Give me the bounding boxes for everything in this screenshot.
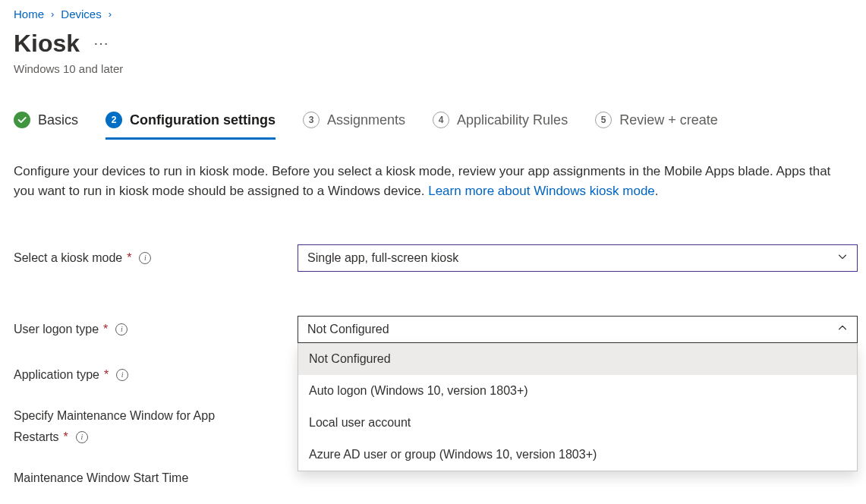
step-number-icon: 3 <box>303 112 320 128</box>
logon-option-local-user[interactable]: Local user account <box>298 407 857 439</box>
more-actions-icon[interactable]: ⋯ <box>93 34 110 54</box>
logon-option-auto-logon[interactable]: Auto logon (Windows 10, version 1803+) <box>298 375 857 407</box>
chevron-up-icon <box>837 323 848 336</box>
chevron-right-icon: › <box>51 8 54 20</box>
label-user-logon-type: User logon type * i <box>14 316 298 339</box>
kiosk-mode-select[interactable]: Single app, full-screen kiosk <box>298 244 858 272</box>
breadcrumb: Home › Devices › <box>14 8 866 20</box>
label-maintenance-start-time: Maintenance Window Start Time <box>14 465 298 487</box>
page-subtitle: Windows 10 and later <box>14 62 866 75</box>
learn-more-link[interactable]: Learn more about Windows kiosk mode <box>428 184 655 198</box>
info-icon[interactable]: i <box>139 252 151 264</box>
logon-type-dropdown: Not Configured Auto logon (Windows 10, v… <box>298 343 858 471</box>
info-icon[interactable]: i <box>116 369 128 381</box>
logon-type-select[interactable]: Not Configured <box>298 316 858 343</box>
config-description: Configure your devices to run in kiosk m… <box>14 162 849 202</box>
required-asterisk: * <box>103 320 108 339</box>
label-text-line2: Restarts <box>14 428 59 446</box>
tab-configuration-settings[interactable]: 2 Configuration settings <box>105 112 276 140</box>
check-icon <box>14 112 30 128</box>
tab-label: Review + create <box>619 112 718 128</box>
description-period: . <box>655 184 659 198</box>
tab-applicability-rules[interactable]: 4 Applicability Rules <box>433 112 568 137</box>
chevron-down-icon <box>837 251 848 265</box>
required-asterisk: * <box>104 366 109 384</box>
tab-review-create[interactable]: 5 Review + create <box>595 112 718 137</box>
page-title: Kiosk <box>14 30 80 58</box>
logon-type-control: Not Configured Not Configured Auto logon… <box>298 316 858 343</box>
row-kiosk-mode: Select a kiosk mode * i Single app, full… <box>14 244 866 272</box>
label-kiosk-mode: Select a kiosk mode * i <box>14 244 298 267</box>
logon-option-not-configured[interactable]: Not Configured <box>298 343 857 375</box>
logon-option-azure-ad[interactable]: Azure AD user or group (Windows 10, vers… <box>298 439 857 471</box>
row-user-logon-type: User logon type * i Not Configured Not C… <box>14 316 866 343</box>
select-value: Not Configured <box>307 323 389 336</box>
info-icon[interactable]: i <box>76 431 88 443</box>
label-text-line1: Specify Maintenance Window for App <box>14 409 215 422</box>
required-asterisk: * <box>127 249 131 267</box>
label-text: User logon type <box>14 320 99 339</box>
chevron-right-icon: › <box>109 8 112 20</box>
label-text: Application type <box>14 366 99 384</box>
tab-assignments[interactable]: 3 Assignments <box>303 112 405 137</box>
tab-label: Applicability Rules <box>457 112 568 128</box>
tab-label: Configuration settings <box>130 112 276 128</box>
required-asterisk: * <box>64 428 68 446</box>
label-text: Select a kiosk mode <box>14 249 122 267</box>
label-application-type: Application type * i <box>14 361 298 384</box>
step-number-icon: 4 <box>433 112 449 128</box>
wizard-tabs: Basics 2 Configuration settings 3 Assign… <box>14 112 866 137</box>
title-row: Kiosk ⋯ <box>14 30 866 58</box>
tab-label: Assignments <box>327 112 405 128</box>
select-value: Single app, full-screen kiosk <box>307 251 458 265</box>
label-maintenance-window: Specify Maintenance Window for App Resta… <box>14 402 298 446</box>
kiosk-mode-control: Single app, full-screen kiosk <box>298 244 858 272</box>
breadcrumb-home[interactable]: Home <box>14 8 44 20</box>
tab-basics[interactable]: Basics <box>14 112 78 137</box>
info-icon[interactable]: i <box>115 323 128 335</box>
label-text: Maintenance Window Start Time <box>14 469 188 487</box>
description-text: Configure your devices to run in kiosk m… <box>14 164 830 198</box>
tab-label: Basics <box>38 112 78 128</box>
breadcrumb-devices[interactable]: Devices <box>61 8 101 20</box>
step-number-icon: 2 <box>105 112 122 128</box>
step-number-icon: 5 <box>595 112 612 128</box>
